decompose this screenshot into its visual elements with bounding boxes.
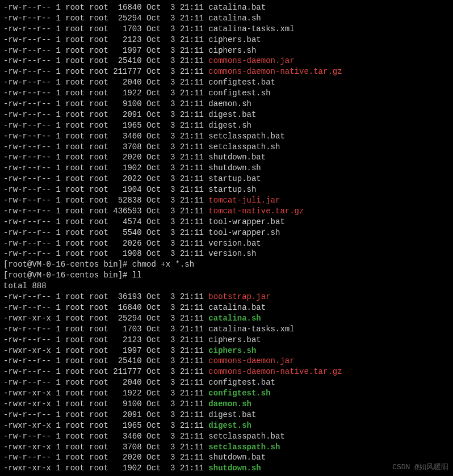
file-size: 1922 — [113, 389, 141, 398]
month: Oct — [146, 325, 161, 334]
time: 21:11 — [180, 389, 204, 398]
link-count: 1 — [56, 325, 60, 334]
permissions: -rw-r--r-- — [3, 67, 51, 76]
permissions: -rw-r--r-- — [3, 89, 51, 98]
group: root — [89, 217, 108, 226]
permissions: -rwxr-xr-x — [3, 399, 51, 408]
time: 21:11 — [180, 432, 204, 441]
file-row: -rwxr-xr-x 1 root root 1997 Oct 3 21:11 … — [3, 346, 450, 356]
month: Oct — [146, 399, 161, 408]
owner: root — [65, 389, 85, 398]
group: root — [89, 292, 108, 301]
month: Oct — [146, 207, 161, 216]
file-row: -rwxr-xr-x 1 root root 25294 Oct 3 21:11… — [3, 313, 450, 324]
file-size: 2123 — [113, 335, 141, 344]
group: root — [89, 3, 108, 12]
time: 21:11 — [180, 67, 204, 76]
filename: configtest.sh — [208, 89, 270, 98]
file-size: 211777 — [113, 367, 141, 376]
day: 3 — [166, 3, 175, 12]
link-count: 1 — [56, 99, 60, 108]
permissions: -rw-r--r-- — [3, 217, 51, 226]
filename: shutdown.bat — [208, 153, 266, 162]
permissions: -rw-r--r-- — [3, 163, 51, 172]
permissions: -rwxr-xr-x — [3, 314, 51, 323]
filename: configtest.sh — [208, 389, 270, 398]
day: 3 — [166, 14, 175, 23]
day: 3 — [166, 142, 175, 151]
group: root — [89, 410, 108, 419]
time: 21:11 — [180, 367, 204, 376]
permissions: -rwxr-xr-x — [3, 464, 51, 473]
filename: setclasspath.bat — [208, 132, 284, 141]
file-size: 2020 — [113, 153, 141, 162]
month: Oct — [146, 453, 161, 462]
terminal-output[interactable]: -rw-r--r-- 1 root root 16840 Oct 3 21:11… — [3, 2, 450, 474]
link-count: 1 — [56, 3, 60, 12]
time: 21:11 — [180, 335, 204, 344]
permissions: -rw-r--r-- — [3, 228, 51, 237]
month: Oct — [146, 410, 161, 419]
owner: root — [65, 325, 85, 334]
file-size: 2040 — [113, 78, 141, 87]
owner: root — [65, 335, 85, 344]
filename: ciphers.sh — [208, 346, 256, 355]
month: Oct — [146, 174, 161, 183]
filename: shutdown.bat — [208, 453, 266, 462]
day: 3 — [166, 46, 175, 55]
file-row: -rw-r--r-- 1 root root 3460 Oct 3 21:11 … — [3, 431, 450, 442]
owner: root — [65, 239, 85, 248]
filename: shutdown.sh — [208, 464, 261, 473]
filename: commons-daemon-native.tar.gz — [208, 367, 342, 376]
file-row: -rw-r--r-- 1 root root 1997 Oct 3 21:11 … — [3, 45, 450, 56]
file-size: 1965 — [113, 421, 141, 430]
file-row: -rw-r--r-- 1 root root 1902 Oct 3 21:11 … — [3, 163, 450, 174]
group: root — [89, 346, 108, 355]
filename: version.sh — [208, 249, 256, 258]
day: 3 — [166, 99, 175, 108]
group: root — [89, 174, 108, 183]
file-size: 2091 — [113, 110, 141, 119]
filename: catalina.bat — [208, 303, 266, 312]
day: 3 — [166, 464, 175, 473]
link-count: 1 — [56, 399, 60, 408]
month: Oct — [146, 14, 161, 23]
permissions: -rw-r--r-- — [3, 121, 51, 130]
owner: root — [65, 292, 85, 301]
group: root — [89, 228, 108, 237]
shell-prompt-line[interactable]: [root@VM-0-16-centos bin]# ll — [3, 270, 450, 281]
group: root — [89, 421, 108, 430]
day: 3 — [166, 346, 175, 355]
day: 3 — [166, 249, 175, 258]
group: root — [89, 443, 108, 452]
shell-command: chmod +x *.sh — [132, 260, 194, 269]
file-row: -rw-r--r-- 1 root root 3460 Oct 3 21:11 … — [3, 131, 450, 142]
file-row: -rw-r--r-- 1 root root 2020 Oct 3 21:11 … — [3, 452, 450, 463]
month: Oct — [146, 335, 161, 344]
owner: root — [65, 443, 85, 452]
file-row: -rw-r--r-- 1 root root 1703 Oct 3 21:11 … — [3, 324, 450, 335]
shell-prompt-line[interactable]: [root@VM-0-16-centos bin]# chmod +x *.sh — [3, 259, 450, 270]
file-size: 1908 — [113, 249, 141, 258]
link-count: 1 — [56, 67, 60, 76]
permissions: -rw-r--r-- — [3, 432, 51, 441]
file-size: 2040 — [113, 378, 141, 387]
day: 3 — [166, 196, 175, 205]
day: 3 — [166, 367, 175, 376]
owner: root — [65, 196, 85, 205]
owner: root — [65, 303, 85, 312]
month: Oct — [146, 443, 161, 452]
month: Oct — [146, 389, 161, 398]
permissions: -rw-r--r-- — [3, 24, 51, 33]
group: root — [89, 163, 108, 172]
file-size: 25410 — [113, 356, 141, 365]
owner: root — [65, 185, 85, 194]
month: Oct — [146, 67, 161, 76]
filename: configtest.bat — [208, 378, 275, 387]
file-size: 1904 — [113, 185, 141, 194]
group: root — [89, 314, 108, 323]
permissions: -rw-r--r-- — [3, 132, 51, 141]
owner: root — [65, 421, 85, 430]
link-count: 1 — [56, 121, 60, 130]
link-count: 1 — [56, 378, 60, 387]
